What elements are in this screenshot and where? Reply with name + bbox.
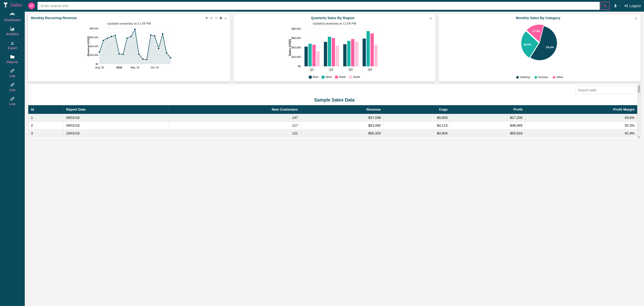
col-profit-margin[interactable]: Profit Margin [525,105,637,114]
svg-point-20 [134,28,136,30]
sidebar-item-dashboard-0[interactable]: Dashboard [0,10,25,24]
pan-icon[interactable] [214,16,218,20]
svg-text:$20,000: $20,000 [90,54,98,56]
scroll-down-icon[interactable]: ▼ [638,136,640,138]
bar-chart: $0$20,000$40,000$60,000$80,000Q1Q2Q3Q4Sa… [236,26,432,74]
col-report-date[interactable]: Report Date [64,105,168,114]
svg-text:$60,000: $60,000 [292,36,301,39]
cell: 92.3% [525,122,637,130]
pie-chart: 55.0%28.0%17.0% [442,21,638,63]
svg-rect-55 [343,44,346,66]
svg-point-14 [110,35,112,37]
svg-point-11 [98,51,100,53]
zoom-in-icon[interactable] [205,16,208,20]
svg-point-22 [142,58,144,60]
link-icon [10,68,15,73]
sidebar-item-analytics-1[interactable]: Analytics [0,24,25,38]
svg-point-27 [162,33,164,35]
card-title: Monthly Recurring Revenue [31,16,77,20]
download-icon[interactable] [634,16,638,20]
legend-item[interactable]: North [335,75,346,79]
svg-text:$80,000: $80,000 [292,27,301,30]
col-profit[interactable]: Profit [450,105,525,114]
user-menu[interactable] [612,4,622,8]
svg-point-17 [122,53,124,55]
card-category: Monthly Sales By Category 55.0%28.0%17.0… [438,14,641,81]
scrollbar[interactable]: ▲ ▼ [637,84,640,138]
svg-text:$80,000: $80,000 [90,27,98,30]
legend: ClothingGroceryOther [442,75,638,79]
col-new-customers[interactable]: New Customers [168,105,300,114]
cell: 2 [28,122,64,130]
sidebar-item-export-2[interactable]: Export [0,38,25,52]
legend-item[interactable]: Grocery [534,75,548,79]
col-id[interactable]: Id [28,105,64,114]
logout-label: Logout [630,4,641,8]
table-row[interactable]: 209/01/18117$53,082$4,113$48,96992.3% [28,122,637,130]
table-header-row: IdReport DateNew CustomersRevenueCogsPro… [28,105,637,114]
svg-text:$60,000: $60,000 [90,36,98,39]
legend-item[interactable]: Clothing [516,75,530,79]
sidebar-item-label: Reports [6,60,18,64]
sidebar: Sales DashboardAnalyticsExportReportsLin… [0,0,25,306]
link-icon [10,82,15,87]
home-icon[interactable] [219,16,222,20]
svg-text:Sales (USD): Sales (USD) [288,39,292,56]
sidebar-item-reports-3[interactable]: Reports [0,52,25,66]
avatar[interactable]: M [28,2,35,9]
svg-text:Oct '19: Oct '19 [151,66,159,69]
svg-point-25 [154,35,156,37]
cell: $50,816 [450,130,525,137]
svg-text:$40,000: $40,000 [292,46,301,49]
cell: $4,113 [384,122,450,130]
col-revenue[interactable]: Revenue [300,105,384,114]
sidebar-item-link-4[interactable]: Link [0,66,25,80]
link-icon [10,96,15,101]
cell: 63.6% [525,114,637,122]
topbar: M Logout [25,0,644,12]
cell: 147 [168,114,300,122]
table-row[interactable]: 108/01/18147$27,038$9,833$17,20563.6% [28,114,637,122]
col-cogs[interactable]: Cogs [384,105,450,114]
brand[interactable]: Sales [0,0,25,10]
cell: $48,969 [450,122,525,130]
search-input[interactable] [38,2,600,10]
svg-text:$20,000: $20,000 [292,55,301,58]
user-icon [614,4,617,8]
svg-point-16 [118,53,120,55]
sidebar-item-link-5[interactable]: Link [0,80,25,94]
legend-item[interactable]: East [309,75,318,79]
cell: 121 [168,130,300,137]
svg-text:$0: $0 [298,65,301,68]
legend-item[interactable]: Other [553,75,563,79]
cell: 1 [28,114,64,122]
zoom-out-icon[interactable] [210,16,213,20]
brand-label: Sales [10,2,22,8]
svg-point-12 [102,39,104,41]
svg-text:Q4: Q4 [368,68,372,71]
legend-item[interactable]: West [322,75,332,79]
cell: $53,082 [300,122,384,130]
cell: 117 [168,122,300,130]
svg-point-21 [138,53,140,55]
cell: 09/01/18 [64,122,168,130]
sidebar-item-label: Link [9,102,15,106]
svg-point-18 [126,37,128,39]
table-row[interactable]: 310/01/18121$55,320$4,504$50,81691.9% [28,130,637,137]
scroll-thumb[interactable] [638,85,640,93]
funnel-money-icon [2,2,9,8]
logout-button[interactable]: Logout [624,4,641,8]
search-button[interactable] [601,2,610,10]
table-panel: ▲ ▼ Sample Sales Data IdReport DateNew C… [28,84,641,139]
legend-item[interactable]: South [349,75,360,79]
svg-rect-57 [351,39,354,66]
table-search-input[interactable] [575,86,636,94]
sidebar-item-link-6[interactable]: Link [0,94,25,108]
download-icon [10,40,15,45]
card-region: Quarterly Sales By Region Updated yester… [234,14,436,81]
svg-rect-46 [308,44,312,66]
download-icon[interactable] [224,16,227,20]
svg-rect-56 [347,41,350,66]
cell: 91.9% [525,130,637,137]
download-icon[interactable] [429,16,432,20]
